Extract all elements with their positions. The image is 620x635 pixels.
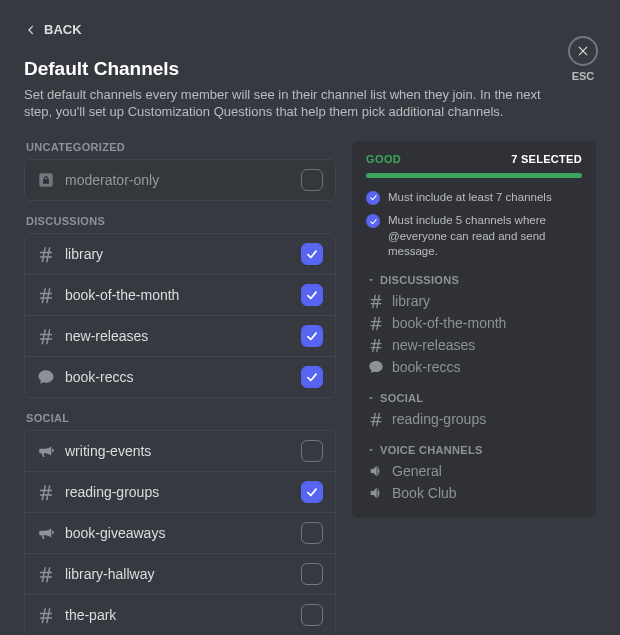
category-label: DISCUSSIONS xyxy=(26,215,336,227)
voice-icon xyxy=(368,485,384,501)
preview-item-label: reading-groups xyxy=(392,411,486,427)
checkbox[interactable] xyxy=(301,325,323,347)
chat-icon xyxy=(368,359,384,375)
summary-panel: GOOD 7 SELECTED Must include at least 7 … xyxy=(352,141,596,518)
checkbox xyxy=(301,169,323,191)
check-circle-icon xyxy=(366,214,380,228)
channel-row-moderator-only[interactable]: moderator-only xyxy=(25,160,335,200)
preview-item-library[interactable]: library xyxy=(366,290,582,312)
hash-icon xyxy=(368,337,384,353)
page-description: Set default channels every member will s… xyxy=(24,86,544,121)
channel-name: new-releases xyxy=(65,328,291,344)
channel-name: writing-events xyxy=(65,443,291,459)
channel-name: moderator-only xyxy=(65,172,291,188)
channel-list: writing-eventsreading-groupsbook-giveawa… xyxy=(24,430,336,635)
progress-fill xyxy=(366,173,582,178)
channel-row-new-releases[interactable]: new-releases xyxy=(25,315,335,356)
checkbox[interactable] xyxy=(301,366,323,388)
checkbox[interactable] xyxy=(301,563,323,585)
channel-row-book-of-the-month[interactable]: book-of-the-month xyxy=(25,274,335,315)
preview-category-label: SOCIAL xyxy=(380,392,423,404)
category-label: UNCATEGORIZED xyxy=(26,141,336,153)
chevron-down-icon xyxy=(366,275,376,285)
lock-icon xyxy=(37,171,55,189)
channel-row-book-reccs[interactable]: book-reccs xyxy=(25,356,335,397)
requirement-item: Must include 5 channels where @everyone … xyxy=(366,213,582,260)
channel-row-writing-events[interactable]: writing-events xyxy=(25,431,335,471)
checkbox[interactable] xyxy=(301,604,323,626)
checkbox[interactable] xyxy=(301,440,323,462)
channel-name: the-park xyxy=(65,607,291,623)
preview-item-book-club[interactable]: Book Club xyxy=(366,482,582,504)
chevron-down-icon xyxy=(366,393,376,403)
channel-row-library-hallway[interactable]: library-hallway xyxy=(25,553,335,594)
check-circle-icon xyxy=(366,191,380,205)
channel-name: book-reccs xyxy=(65,369,291,385)
preview-item-label: book-of-the-month xyxy=(392,315,506,331)
channel-name: library xyxy=(65,246,291,262)
preview-item-label: General xyxy=(392,463,442,479)
hash-icon xyxy=(37,606,55,624)
requirement-item: Must include at least 7 channels xyxy=(366,190,582,206)
channel-row-book-giveaways[interactable]: book-giveaways xyxy=(25,512,335,553)
preview-item-label: new-releases xyxy=(392,337,475,353)
requirement-text: Must include at least 7 channels xyxy=(388,190,552,206)
channel-row-library[interactable]: library xyxy=(25,234,335,274)
hash-icon xyxy=(37,286,55,304)
checkbox[interactable] xyxy=(301,481,323,503)
preview-item-book-reccs[interactable]: book-reccs xyxy=(366,356,582,378)
checkbox[interactable] xyxy=(301,284,323,306)
preview-category-social[interactable]: SOCIAL xyxy=(366,392,582,404)
esc-label: ESC xyxy=(572,70,595,82)
preview-category-label: VOICE CHANNELS xyxy=(380,444,483,456)
hash-icon xyxy=(368,293,384,309)
channel-name: book-giveaways xyxy=(65,525,291,541)
back-button[interactable]: BACK xyxy=(24,22,82,37)
preview-item-general[interactable]: General xyxy=(366,460,582,482)
checkbox[interactable] xyxy=(301,243,323,265)
requirement-text: Must include 5 channels where @everyone … xyxy=(388,213,582,260)
channel-name: book-of-the-month xyxy=(65,287,291,303)
preview-category-voice-channels[interactable]: VOICE CHANNELS xyxy=(366,444,582,456)
chat-icon xyxy=(37,368,55,386)
channel-list: librarybook-of-the-monthnew-releasesbook… xyxy=(24,233,336,398)
channel-name: reading-groups xyxy=(65,484,291,500)
checkbox[interactable] xyxy=(301,522,323,544)
megaphone-icon xyxy=(37,524,55,542)
channel-name: library-hallway xyxy=(65,566,291,582)
voice-icon xyxy=(368,463,384,479)
back-label: BACK xyxy=(44,22,82,37)
preview-category-discussions[interactable]: DISCUSSIONS xyxy=(366,274,582,286)
selected-count: 7 SELECTED xyxy=(511,153,582,165)
arrow-left-icon xyxy=(24,23,38,37)
hash-icon xyxy=(37,565,55,583)
preview-item-label: library xyxy=(392,293,430,309)
channel-list: moderator-only xyxy=(24,159,336,201)
progress-bar xyxy=(366,173,582,178)
page-title: Default Channels xyxy=(24,58,596,80)
preview-item-book-of-the-month[interactable]: book-of-the-month xyxy=(366,312,582,334)
hash-icon xyxy=(37,483,55,501)
status-badge: GOOD xyxy=(366,153,401,165)
megaphone-icon xyxy=(37,442,55,460)
hash-icon xyxy=(368,315,384,331)
preview-item-label: Book Club xyxy=(392,485,457,501)
preview-item-reading-groups[interactable]: reading-groups xyxy=(366,408,582,430)
close-icon xyxy=(576,44,590,58)
preview-category-label: DISCUSSIONS xyxy=(380,274,459,286)
preview-item-label: book-reccs xyxy=(392,359,460,375)
preview-item-new-releases[interactable]: new-releases xyxy=(366,334,582,356)
hash-icon xyxy=(37,245,55,263)
category-label: SOCIAL xyxy=(26,412,336,424)
hash-icon xyxy=(368,411,384,427)
hash-icon xyxy=(37,327,55,345)
chevron-down-icon xyxy=(366,445,376,455)
close-button[interactable] xyxy=(568,36,598,66)
channel-row-the-park[interactable]: the-park xyxy=(25,594,335,635)
channel-row-reading-groups[interactable]: reading-groups xyxy=(25,471,335,512)
